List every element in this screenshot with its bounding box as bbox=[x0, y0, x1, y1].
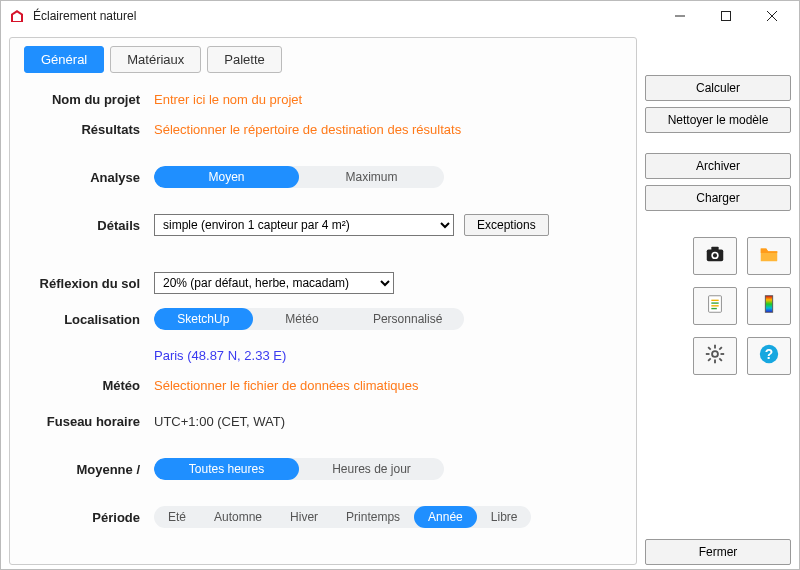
svg-rect-8 bbox=[709, 296, 722, 313]
archive-button[interactable]: Archiver bbox=[645, 153, 791, 179]
settings-button[interactable] bbox=[693, 337, 737, 375]
avg-all-hours[interactable]: Toutes heures bbox=[154, 458, 299, 480]
help-icon: ? bbox=[758, 343, 780, 369]
main-panel: Général Matériaux Palette Nom du projet … bbox=[9, 37, 637, 565]
analysis-toggle: Moyen Maximum bbox=[154, 166, 444, 188]
period-year[interactable]: Année bbox=[414, 506, 477, 528]
timezone-value: UTC+1:00 (CET, WAT) bbox=[154, 414, 285, 429]
analysis-max[interactable]: Maximum bbox=[299, 166, 444, 188]
period-toggle: Eté Automne Hiver Printemps Année Libre bbox=[154, 506, 531, 528]
label-ground-refl: Réflexion du sol bbox=[24, 276, 154, 291]
label-average: Moyenne / bbox=[24, 462, 154, 477]
label-details: Détails bbox=[24, 218, 154, 233]
localisation-toggle: SketchUp Météo Personnalisé bbox=[154, 308, 464, 330]
app-icon bbox=[9, 8, 25, 24]
avg-day-hours[interactable]: Heures de jour bbox=[299, 458, 444, 480]
svg-line-21 bbox=[719, 347, 722, 350]
snapshot-button[interactable] bbox=[693, 237, 737, 275]
average-toggle: Toutes heures Heures de jour bbox=[154, 458, 444, 480]
svg-rect-13 bbox=[765, 296, 772, 313]
calculate-button[interactable]: Calculer bbox=[645, 75, 791, 101]
svg-point-14 bbox=[712, 351, 718, 357]
label-analysis: Analyse bbox=[24, 170, 154, 185]
gear-icon bbox=[704, 343, 726, 369]
weather-file-input[interactable]: Sélectionner le fichier de données clima… bbox=[154, 378, 419, 393]
gradient-icon bbox=[758, 293, 780, 319]
folder-icon bbox=[758, 243, 780, 269]
help-button[interactable]: ? bbox=[747, 337, 791, 375]
period-winter[interactable]: Hiver bbox=[276, 506, 332, 528]
ground-reflection-select[interactable]: 20% (par défaut, herbe, macadam) bbox=[154, 272, 394, 294]
tab-general[interactable]: Général bbox=[24, 46, 104, 73]
minimize-button[interactable] bbox=[657, 2, 703, 31]
period-free[interactable]: Libre bbox=[477, 506, 532, 528]
label-project-name: Nom du projet bbox=[24, 92, 154, 107]
period-autumn[interactable]: Automne bbox=[200, 506, 276, 528]
loc-custom[interactable]: Personnalisé bbox=[351, 308, 464, 330]
analysis-avg[interactable]: Moyen bbox=[154, 166, 299, 188]
load-button[interactable]: Charger bbox=[645, 185, 791, 211]
loc-sketchup[interactable]: SketchUp bbox=[154, 308, 253, 330]
details-select[interactable]: simple (environ 1 capteur par 4 m²) bbox=[154, 214, 454, 236]
tab-palette[interactable]: Palette bbox=[207, 46, 281, 73]
open-folder-button[interactable] bbox=[747, 237, 791, 275]
side-panel: Calculer Nettoyer le modèle Archiver Cha… bbox=[645, 37, 791, 565]
svg-text:?: ? bbox=[765, 347, 773, 362]
label-weather: Météo bbox=[24, 378, 154, 393]
label-period: Période bbox=[24, 510, 154, 525]
label-results: Résultats bbox=[24, 122, 154, 137]
svg-point-7 bbox=[713, 253, 717, 257]
close-dialog-button[interactable]: Fermer bbox=[645, 539, 791, 565]
label-timezone: Fuseau horaire bbox=[24, 414, 154, 429]
label-localisation: Localisation bbox=[24, 312, 154, 327]
close-button[interactable] bbox=[749, 2, 795, 31]
exceptions-button[interactable]: Exceptions bbox=[464, 214, 549, 236]
period-spring[interactable]: Printemps bbox=[332, 506, 414, 528]
report-button[interactable] bbox=[693, 287, 737, 325]
svg-line-20 bbox=[719, 358, 722, 361]
color-scale-button[interactable] bbox=[747, 287, 791, 325]
tab-materials[interactable]: Matériaux bbox=[110, 46, 201, 73]
svg-rect-5 bbox=[711, 247, 718, 251]
svg-line-19 bbox=[708, 347, 711, 350]
tabs: Général Matériaux Palette bbox=[24, 46, 622, 73]
maximize-button[interactable] bbox=[703, 2, 749, 31]
loc-meteo[interactable]: Météo bbox=[253, 308, 352, 330]
clean-model-button[interactable]: Nettoyer le modèle bbox=[645, 107, 791, 133]
svg-line-22 bbox=[708, 358, 711, 361]
titlebar: Éclairement naturel bbox=[1, 1, 799, 31]
location-value: Paris (48.87 N, 2.33 E) bbox=[154, 348, 286, 363]
svg-rect-1 bbox=[722, 12, 731, 21]
project-name-input[interactable]: Entrer ici le nom du projet bbox=[154, 92, 302, 107]
results-path-input[interactable]: Sélectionner le répertoire de destinatio… bbox=[154, 122, 461, 137]
period-summer[interactable]: Eté bbox=[154, 506, 200, 528]
camera-icon bbox=[704, 243, 726, 269]
document-icon bbox=[704, 293, 726, 319]
app-window: Éclairement naturel Général Matériaux Pa… bbox=[0, 0, 800, 570]
window-title: Éclairement naturel bbox=[33, 9, 136, 23]
